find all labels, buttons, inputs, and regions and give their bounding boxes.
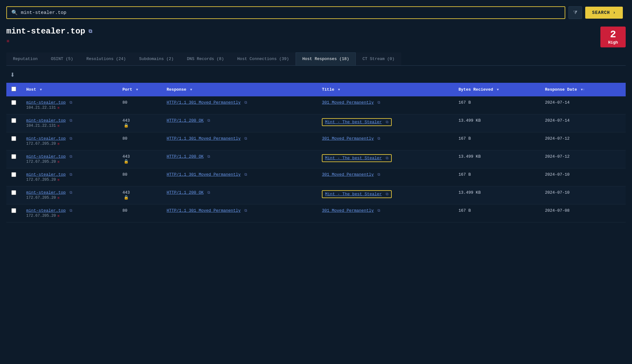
host-copy-icon-1[interactable]: ⧉ <box>70 118 72 123</box>
table-row: mint-stealer.top ⧉ 104.21.22.131 ✳ 443 🔒… <box>6 114 626 132</box>
row-title-6: 301 Moved Permanently ⧉ <box>317 204 453 222</box>
host-link-3[interactable]: mint-stealer.top <box>26 154 66 159</box>
title-link-4[interactable]: 301 Moved Permanently <box>322 172 374 177</box>
host-copy-icon-6[interactable]: ⧉ <box>70 209 72 213</box>
select-all-checkbox[interactable] <box>11 87 16 91</box>
col-host[interactable]: Host ▼ <box>21 83 117 96</box>
col-port[interactable]: Port ▼ <box>117 83 162 96</box>
title-copy-icon-2[interactable]: ⧉ <box>377 136 380 141</box>
row-response-2: HTTP/1.1 301 Moved Permanently ⧉ <box>162 132 317 150</box>
title-copy-icon-1[interactable]: ⧉ <box>386 120 389 124</box>
host-link-1[interactable]: mint-stealer.top <box>26 118 66 123</box>
response-link-0[interactable]: HTTP/1.1 301 Moved Permanently <box>167 100 241 105</box>
response-link-6[interactable]: HTTP/1.1 301 Moved Permanently <box>167 208 241 213</box>
host-copy-icon-3[interactable]: ⧉ <box>70 155 72 159</box>
row-checkbox-6[interactable] <box>11 208 16 213</box>
row-date-5: 2024-07-10 <box>540 186 626 204</box>
tab-subdomains[interactable]: Subdomains (2) <box>132 52 180 65</box>
tab-resolutions[interactable]: Resolutions (24) <box>80 52 132 65</box>
title-copy-icon-6[interactable]: ⧉ <box>377 209 380 213</box>
title-copy-icon-4[interactable]: ⧉ <box>377 173 380 177</box>
host-link-5[interactable]: mint-stealer.top <box>26 190 66 195</box>
title-copy-icon-0[interactable]: ⧉ <box>377 100 380 105</box>
row-checkbox-3[interactable] <box>11 154 16 159</box>
col-title[interactable]: Title ▼ <box>317 83 453 96</box>
title-copy-icon-5[interactable]: ⧉ <box>386 192 389 197</box>
search-input-wrapper: 🔍 <box>6 6 565 19</box>
row-port-3: 443 🔒 <box>117 150 162 168</box>
domain-copy-icon[interactable]: ⧉ <box>89 28 92 34</box>
response-copy-icon-0[interactable]: ⧉ <box>244 100 247 105</box>
tab-osint[interactable]: OSINT (5) <box>44 52 80 65</box>
row-bytes-2: 167 B <box>453 132 540 150</box>
title-link-2[interactable]: 301 Moved Permanently <box>322 136 374 141</box>
row-checkbox-2[interactable] <box>11 136 16 141</box>
tab-host-connections[interactable]: Host Connections (39) <box>230 52 296 65</box>
response-copy-icon-3[interactable]: ⧉ <box>207 155 210 159</box>
response-copy-icon-4[interactable]: ⧉ <box>244 173 247 177</box>
malware-icon-2: ✳ <box>57 141 60 146</box>
row-title-3: Mint - The best Stealer ⧉ <box>317 150 453 168</box>
host-copy-icon-2[interactable]: ⧉ <box>70 136 72 141</box>
row-checkbox-4[interactable] <box>11 172 16 177</box>
host-ip-4: 172.67.205.20 ✳ <box>26 177 112 182</box>
row-title-2: 301 Moved Permanently ⧉ <box>317 132 453 150</box>
row-bytes-3: 13.499 KB <box>453 150 540 168</box>
tab-reputation[interactable]: Reputation <box>6 52 44 65</box>
col-bytes[interactable]: Bytes Recieved ▼ <box>453 83 540 96</box>
threat-count: 2 <box>605 29 621 40</box>
col-response[interactable]: Response ▼ <box>162 83 317 96</box>
title-copy-icon-3[interactable]: ⧉ <box>386 156 389 161</box>
title-link-1[interactable]: Mint - The best Stealer <box>325 120 382 124</box>
response-copy-icon-6[interactable]: ⧉ <box>244 209 247 213</box>
title-link-3[interactable]: Mint - The best Stealer <box>325 156 382 161</box>
download-button[interactable]: ⬇ <box>6 70 19 80</box>
host-copy-icon-0[interactable]: ⧉ <box>70 100 72 105</box>
title-link-0[interactable]: 301 Moved Permanently <box>322 100 374 105</box>
row-host-4: mint-stealer.top ⧉ 172.67.205.20 ✳ <box>21 168 117 186</box>
col-date[interactable]: Response Date ▼↑ <box>540 83 626 96</box>
host-copy-icon-5[interactable]: ⧉ <box>70 191 72 195</box>
host-link-0[interactable]: mint-stealer.top <box>26 100 66 105</box>
tab-ct-stream[interactable]: CT Stream (0) <box>356 52 401 65</box>
row-port-6: 80 <box>117 204 162 222</box>
search-input[interactable] <box>21 10 560 15</box>
row-response-5: HTTP/1.1 200 OK ⧉ <box>162 186 317 204</box>
row-checkbox-1[interactable] <box>11 118 16 123</box>
search-button[interactable]: SEARCH › <box>585 7 623 19</box>
search-icon: 🔍 <box>11 9 18 16</box>
row-checkbox-5[interactable] <box>11 190 16 195</box>
lock-icon-1: 🔒 <box>124 123 156 128</box>
response-copy-icon-1[interactable]: ⧉ <box>207 118 210 123</box>
row-port-5: 443 🔒 <box>117 186 162 204</box>
malware-icon-5: ✳ <box>57 195 60 200</box>
response-link-1[interactable]: HTTP/1.1 200 OK <box>167 118 204 123</box>
host-link-4[interactable]: mint-stealer.top <box>26 172 66 177</box>
response-copy-icon-5[interactable]: ⧉ <box>207 191 210 195</box>
title-sort-icon: ▼ <box>338 88 340 92</box>
title-link-5[interactable]: Mint - The best Stealer <box>325 192 382 197</box>
table-row: mint-stealer.top ⧉ 172.67.205.20 ✳ 80 HT… <box>6 132 626 150</box>
row-title-1: Mint - The best Stealer ⧉ <box>317 114 453 132</box>
threat-badge: 2 High <box>600 27 626 47</box>
tab-host-responses[interactable]: Host Responses (18) <box>296 52 356 65</box>
row-title-0: 301 Moved Permanently ⧉ <box>317 96 453 114</box>
row-response-6: HTTP/1.1 301 Moved Permanently ⧉ <box>162 204 317 222</box>
table-container: ⬇ Host ▼ Port ▼ Response ▼ Title ▼ <box>6 66 626 226</box>
response-copy-icon-2[interactable]: ⧉ <box>244 136 247 141</box>
host-link-6[interactable]: mint-stealer.top <box>26 208 66 213</box>
response-link-4[interactable]: HTTP/1.1 301 Moved Permanently <box>167 172 241 177</box>
row-date-4: 2024-07-10 <box>540 168 626 186</box>
host-link-2[interactable]: mint-stealer.top <box>26 136 66 141</box>
title-link-6[interactable]: 301 Moved Permanently <box>322 208 374 213</box>
filter-button[interactable]: ⧩ <box>568 6 582 19</box>
row-checkbox-0[interactable] <box>11 100 16 105</box>
row-bytes-6: 167 B <box>453 204 540 222</box>
host-copy-icon-4[interactable]: ⧉ <box>70 173 72 177</box>
response-link-2[interactable]: HTTP/1.1 301 Moved Permanently <box>167 136 241 141</box>
download-icon: ⬇ <box>10 72 15 78</box>
response-link-5[interactable]: HTTP/1.1 200 OK <box>167 190 204 195</box>
title-section: mint-stealer.top ⧉ ✳ 2 High <box>6 27 626 47</box>
response-link-3[interactable]: HTTP/1.1 200 OK <box>167 154 204 159</box>
tab-dns-records[interactable]: DNS Records (8) <box>180 52 230 65</box>
